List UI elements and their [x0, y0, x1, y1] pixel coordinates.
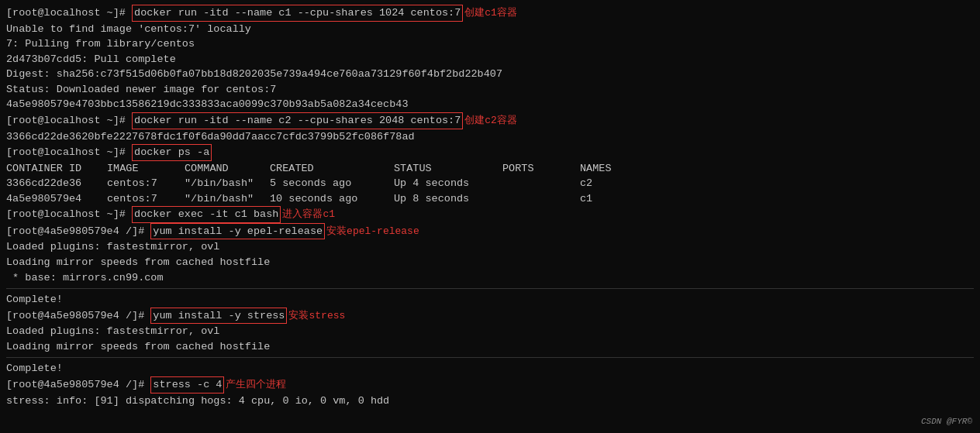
text-stress-info: stress: info: [91] dispatching hogs: 4 c…: [6, 393, 389, 409]
cmd-exec: docker exec -it c1 bash: [132, 206, 281, 223]
section-divider-1: [6, 288, 974, 289]
text-6: Status: Downloaded newer image for cento…: [6, 82, 276, 98]
prompt-1: [root@localhost ~]#: [6, 5, 132, 21]
annotation-stress: 产生四个进程: [224, 378, 288, 393]
line-yum-stress: [root@4a5e980579e4 /]# yum install -y st…: [6, 308, 974, 325]
prompt-yum-epel: [root@4a5e980579e4 /]#: [6, 224, 150, 239]
line-loading-mirror-2: Loading mirror speeds from cached hostfi…: [6, 339, 974, 355]
line-complete-2: Complete!: [6, 361, 974, 376]
line-yum-epel: [root@4a5e980579e4 /]# yum install -y ep…: [6, 223, 974, 240]
table-row-c2: 3366cd22de36 centos:7 "/bin/bash" 5 seco…: [6, 176, 974, 191]
cmd-8: docker run -itd --name c2 --cpu-shares 2…: [132, 112, 463, 129]
cell-status-c1: Up 8 seconds: [394, 191, 502, 207]
line-10: [root@localhost ~]# docker ps -a: [6, 144, 974, 161]
watermark: CSDN @FYR©: [921, 416, 972, 428]
line-2: Unable to find image 'centos:7' locally: [6, 22, 974, 37]
line-loaded-plugins: Loaded plugins: fastestmirror, ovl: [6, 239, 974, 255]
line-3: 7: Pulling from library/centos: [6, 36, 974, 52]
cell-ports-c1: [502, 191, 580, 207]
col-created: CREATED: [270, 161, 394, 177]
text-2: Unable to find image 'centos:7' locally: [6, 22, 251, 37]
prompt-stress: [root@4a5e980579e4 /]#: [6, 377, 150, 393]
line-base-mirror: * base: mirrors.cn99.com: [6, 270, 974, 286]
line-1: [root@localhost ~]# docker run -itd --na…: [6, 5, 974, 22]
prompt-10: [root@localhost ~]#: [6, 145, 132, 160]
col-names: NAMES: [580, 161, 642, 177]
line-stress: [root@4a5e980579e4 /]# stress -c 4产生四个进程: [6, 376, 974, 393]
cell-names-c1: c1: [580, 191, 642, 207]
line-6: Status: Downloaded newer image for cento…: [6, 82, 974, 98]
table-header: CONTAINER ID IMAGE COMMAND CREATED STATU…: [6, 161, 974, 177]
annotation-1: 创建c1容器: [463, 6, 519, 21]
cmd-yum-stress: yum install -y stress: [150, 308, 287, 325]
text-3: 7: Pulling from library/centos: [6, 36, 195, 52]
cell-image-c1: centos:7: [107, 191, 185, 207]
cmd-yum-epel: yum install -y epel-release: [150, 223, 325, 240]
text-4: 2d473b07cdd5: Pull complete: [6, 52, 176, 67]
text-loading-mirror-2: Loading mirror speeds from cached hostfi…: [6, 339, 270, 355]
col-ports: PORTS: [502, 161, 580, 177]
text-loaded-plugins-2: Loaded plugins: fastestmirror, ovl: [6, 324, 219, 339]
line-loading-mirror: Loading mirror speeds from cached hostfi…: [6, 255, 974, 270]
col-command: COMMAND: [185, 161, 270, 177]
line-8: [root@localhost ~]# docker run -itd --na…: [6, 112, 974, 129]
cell-created-c1: 10 seconds ago: [270, 191, 394, 207]
text-7: 4a5e980579e4703bbc13586219dc333833aca009…: [6, 97, 408, 112]
cell-id-c2: 3366cd22de36: [6, 176, 107, 191]
annotation-yum-stress: 安装stress: [287, 309, 347, 324]
line-4: 2d473b07cdd5: Pull complete: [6, 52, 974, 67]
line-stress-info: stress: info: [91] dispatching hogs: 4 c…: [6, 393, 974, 409]
text-9: 3366cd22de3620bfe2227678fdc1f0f6da90dd7a…: [6, 129, 415, 145]
line-loaded-plugins-2: Loaded plugins: fastestmirror, ovl: [6, 324, 974, 339]
annotation-8: 创建c2容器: [463, 114, 519, 129]
cmd-stress: stress -c 4: [150, 376, 224, 393]
text-5: Digest: sha256:c73f515d06b0fa07bb18d8202…: [6, 67, 502, 82]
col-container-id: CONTAINER ID: [6, 161, 107, 177]
text-complete-1: Complete!: [6, 292, 63, 308]
text-base-mirror: * base: mirrors.cn99.com: [6, 270, 164, 286]
col-status: STATUS: [394, 161, 502, 177]
text-loaded-plugins: Loaded plugins: fastestmirror, ovl: [6, 239, 219, 255]
cell-ports-c2: [502, 176, 580, 191]
line-complete-1: Complete!: [6, 292, 974, 308]
line-7: 4a5e980579e4703bbc13586219dc333833aca009…: [6, 97, 974, 112]
cmd-10: docker ps -a: [132, 144, 212, 161]
cmd-1: docker run -itd --name c1 --cpu-shares 1…: [132, 5, 463, 22]
line-9: 3366cd22de3620bfe2227678fdc1f0f6da90dd7a…: [6, 129, 974, 145]
cell-created-c2: 5 seconds ago: [270, 176, 394, 191]
prompt-yum-stress: [root@4a5e980579e4 /]#: [6, 308, 150, 324]
terminal: [root@localhost ~]# docker run -itd --na…: [0, 0, 980, 413]
cell-cmd-c1: "/bin/bash": [185, 191, 270, 207]
prompt-exec: [root@localhost ~]#: [6, 207, 132, 222]
line-exec: [root@localhost ~]# docker exec -it c1 b…: [6, 206, 974, 223]
section-divider-2: [6, 357, 974, 358]
cell-image-c2: centos:7: [107, 176, 185, 191]
prompt-8: [root@localhost ~]#: [6, 113, 132, 129]
text-loading-mirror: Loading mirror speeds from cached hostfi…: [6, 255, 270, 270]
text-complete-2: Complete!: [6, 361, 63, 376]
col-image: IMAGE: [107, 161, 185, 177]
line-5: Digest: sha256:c73f515d06b0fa07bb18d8202…: [6, 67, 974, 82]
cell-id-c1: 4a5e980579e4: [6, 191, 107, 207]
annotation-exec: 进入容器c1: [281, 208, 336, 222]
cell-names-c2: c2: [580, 176, 642, 191]
cell-cmd-c2: "/bin/bash": [185, 176, 270, 191]
annotation-yum-epel: 安装epel-release: [325, 225, 421, 239]
cell-status-c2: Up 4 seconds: [394, 176, 502, 191]
table-row-c1: 4a5e980579e4 centos:7 "/bin/bash" 10 sec…: [6, 191, 974, 207]
